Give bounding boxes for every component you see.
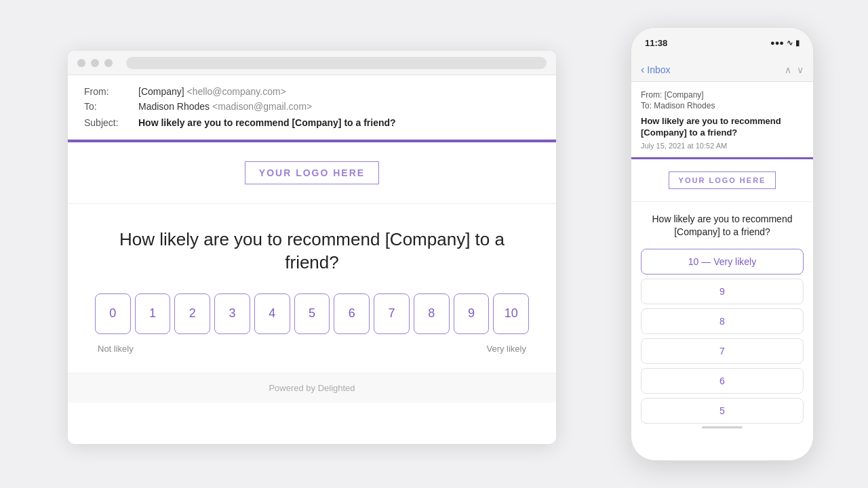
mobile-survey-section: How likely are you to recommend [Company… — [631, 202, 813, 439]
to-name: Madison Rhodes — [138, 101, 210, 112]
status-right-icons: ●●● ∿ ▮ — [770, 39, 800, 47]
email-to-field: To: Madison Rhodes <madison@gmail.com> — [84, 101, 540, 112]
battery-icon: ▮ — [795, 39, 800, 47]
nps-btn-1[interactable]: 1 — [135, 293, 171, 334]
mobile-to: To: Madison Rhodes — [641, 101, 804, 110]
mobile-nps-item-7[interactable]: 7 — [641, 338, 804, 364]
nps-btn-6[interactable]: 6 — [334, 293, 370, 334]
nps-btn-2[interactable]: 2 — [174, 293, 210, 334]
mobile-status-bar: 11:38 ●●● ∿ ▮ — [631, 28, 813, 58]
titlebar-dot-2 — [91, 59, 99, 67]
back-arrow-icon[interactable]: ‹ — [641, 64, 644, 76]
to-label: To: — [84, 101, 138, 112]
mobile-nps-item-8[interactable]: 8 — [641, 308, 804, 334]
mobile-logo-placeholder: YOUR LOGO HERE — [669, 171, 776, 189]
mobile-date: July 15, 2021 at 10:52 AM — [641, 142, 804, 150]
mobile-logo-section: YOUR LOGO HERE — [631, 159, 813, 202]
nps-btn-4[interactable]: 4 — [254, 293, 290, 334]
desktop-email-mockup: From: [Company] <hello@company.com> To: … — [68, 51, 556, 444]
mobile-survey-question: How likely are you to recommend [Company… — [641, 213, 804, 239]
mobile-nps-item-10[interactable]: 10 — Very likely — [641, 249, 804, 274]
from-name: [Company] — [138, 86, 184, 97]
prev-message-icon[interactable]: ∧ — [785, 64, 791, 75]
nps-buttons-row: 0 1 2 3 4 5 6 7 8 9 10 — [95, 293, 529, 334]
inbox-link[interactable]: Inbox — [647, 64, 782, 75]
logo-placeholder: YOUR LOGO HERE — [245, 161, 379, 184]
email-subject-field: Subject: How likely are you to recommend… — [84, 117, 540, 128]
nps-label-right: Very likely — [486, 344, 526, 354]
mobile-time: 11:38 — [645, 38, 667, 48]
email-from-field: From: [Company] <hello@company.com> — [84, 86, 540, 97]
nps-btn-0[interactable]: 0 — [95, 293, 131, 334]
from-label: From: — [84, 86, 138, 97]
signal-icon: ●●● — [770, 39, 784, 47]
wifi-icon: ∿ — [787, 39, 793, 47]
mobile-phone-mockup: 11:38 ●●● ∿ ▮ ‹ Inbox ∧ ∨ From: [Company… — [631, 27, 814, 461]
email-body: YOUR LOGO HERE How likely are you to rec… — [68, 142, 556, 373]
email-footer: Powered by Delighted — [68, 373, 556, 403]
nps-btn-7[interactable]: 7 — [374, 293, 410, 334]
titlebar-dot-3 — [104, 59, 113, 67]
mobile-nps-list: 10 — Very likely 9 8 7 6 5 — [641, 249, 804, 424]
mobile-nps-item-5[interactable]: 5 — [641, 398, 804, 424]
nps-btn-9[interactable]: 9 — [454, 293, 490, 334]
powered-by-text: Powered by Delighted — [269, 383, 355, 393]
from-value: [Company] <hello@company.com> — [138, 86, 286, 97]
nps-label-left: Not likely — [98, 344, 134, 354]
survey-section: How likely are you to recommend [Company… — [68, 204, 556, 373]
survey-question: How likely are you to recommend [Company… — [95, 228, 529, 274]
to-value: Madison Rhodes <madison@gmail.com> — [138, 101, 312, 112]
from-email: <hello@company.com> — [187, 86, 286, 97]
subject-label: Subject: — [84, 117, 138, 128]
mobile-email-header: From: [Company] To: Madison Rhodes How l… — [631, 82, 813, 157]
email-header: From: [Company] <hello@company.com> To: … — [68, 75, 556, 140]
to-email: <madison@gmail.com> — [212, 101, 312, 112]
desktop-titlebar — [68, 51, 556, 75]
logo-section: YOUR LOGO HERE — [68, 142, 556, 204]
next-message-icon[interactable]: ∨ — [797, 64, 804, 75]
titlebar-address-bar — [126, 57, 547, 69]
subject-value: How likely are you to recommend [Company… — [138, 117, 396, 128]
mobile-subject: How likely are you to recommend [Company… — [641, 116, 804, 139]
nps-labels: Not likely Very likely — [95, 344, 529, 354]
nps-btn-10[interactable]: 10 — [493, 293, 529, 334]
mobile-from: From: [Company] — [641, 90, 804, 100]
nps-btn-8[interactable]: 8 — [414, 293, 450, 334]
titlebar-dot-1 — [77, 59, 85, 67]
nav-arrows: ∧ ∨ — [785, 64, 804, 75]
nps-btn-3[interactable]: 3 — [214, 293, 250, 334]
mobile-scroll-indicator — [702, 426, 743, 428]
mobile-nps-item-6[interactable]: 6 — [641, 368, 804, 394]
mobile-nps-item-9[interactable]: 9 — [641, 279, 804, 304]
nps-btn-5[interactable]: 5 — [294, 293, 330, 334]
mobile-nav-bar: ‹ Inbox ∧ ∨ — [631, 58, 813, 82]
